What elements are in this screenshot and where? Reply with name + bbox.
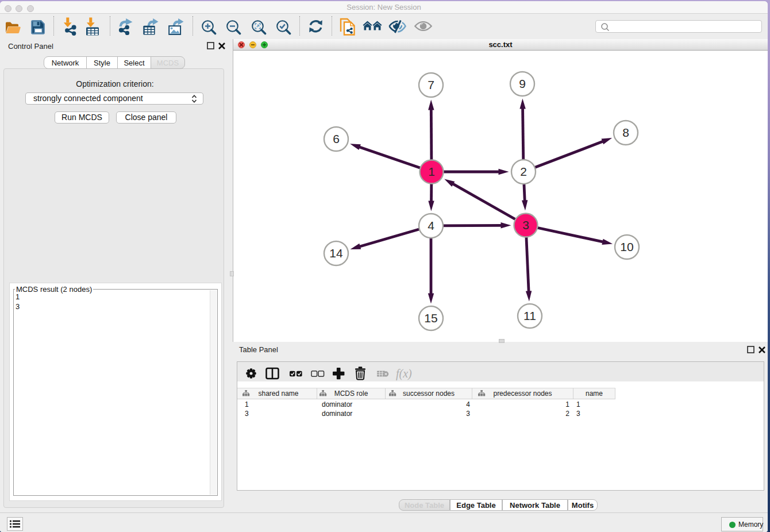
svg-text:2: 2 [520,165,527,178]
svg-text:8: 8 [622,126,629,139]
svg-text:14: 14 [329,246,343,260]
svg-text:f(x): f(x) [396,367,412,380]
svg-text:3: 3 [522,218,529,232]
svg-text:4: 4 [428,219,434,232]
svg-text:11: 11 [523,309,536,322]
svg-text:10: 10 [620,240,633,253]
svg-text:9: 9 [519,77,526,90]
svg-text:6: 6 [333,132,340,145]
svg-text:15: 15 [424,311,437,325]
svg-text:7: 7 [428,78,434,91]
svg-text:1: 1 [428,165,435,178]
